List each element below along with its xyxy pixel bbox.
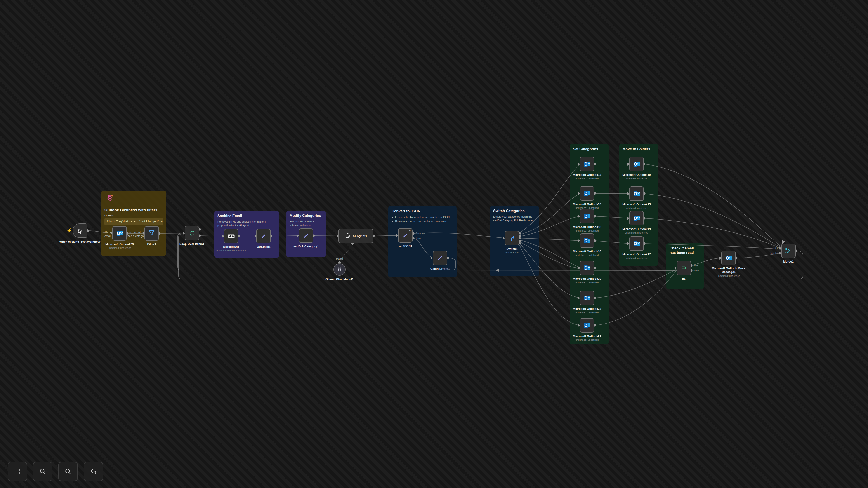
fit-view-button[interactable] [8,462,27,481]
outlook-icon [633,190,640,197]
markdown-icon [228,232,235,240]
node-label: varEmail1 [239,245,288,249]
node-set-outlook22[interactable] [580,291,594,305]
node-merge1[interactable] [781,243,796,258]
pencil-icon [436,254,444,262]
outlook-icon [583,213,591,220]
node-label: Microsoft Outlook22 [562,307,612,311]
outlook-icon [583,264,591,271]
node-label: Microsoft Outlook10 [612,173,661,177]
canvas-toolbar [8,462,103,481]
node-subtitle: undefined: undefined [562,281,612,284]
n8n-workflow-canvas[interactable]: { "toolbar": { "buttons": ["fit-view", "… [0,0,868,488]
node-manual-trigger[interactable] [72,223,88,238]
zoom-out-button[interactable] [58,462,78,481]
node-label: Microsoft Outlook12 [562,173,612,177]
node-subtitle: undefined: undefined [612,207,661,210]
outlook-icon [725,254,732,262]
node-varid-category1[interactable] [299,228,313,243]
node-move-outlook19[interactable] [629,211,644,225]
node-subtitle: undefined: undefined [562,311,612,314]
node-label: Microsoft Outlook Move Message1 [709,267,748,274]
node-subtitle: undefined: undefined [612,231,661,234]
outlook-icon [633,240,640,247]
node-subtitle: undefined: undefined [612,257,661,260]
node-subtitle: undefined: undefined [709,274,748,278]
pencil-icon [303,232,310,239]
node-set-outlook20[interactable] [580,261,594,275]
pencil-icon [402,232,409,239]
node-if1[interactable] [677,261,691,275]
edge-label-error: Error [416,237,422,239]
node-subtitle: undefined: undefined [612,177,661,180]
llama-icon [336,266,343,273]
pencil-icon [260,232,267,240]
node-label: Microsoft Outlook18 [562,225,612,229]
node-switch1[interactable] [505,231,519,246]
outlook-icon [116,230,123,237]
outlook-icon [583,160,591,168]
node-ollama-chat-model1[interactable] [333,263,346,275]
node-set-outlook21[interactable] [580,318,594,332]
node-label: Microsoft Outlook19 [612,227,661,231]
zoom-in-button[interactable] [33,462,53,481]
node-varjson1[interactable]: ➤ [398,228,412,242]
outlook-icon [583,190,591,197]
node-subtitle: mode: rules [487,251,537,254]
node-outlook-move-message1[interactable] [721,251,736,265]
merge-icon [785,247,792,254]
node-markdown1[interactable] [224,229,239,243]
node-filter1[interactable] [145,226,159,240]
node-loop-over-items1[interactable] [185,226,199,240]
cursor-icon [76,227,84,234]
node-set-outlook13[interactable] [580,186,594,201]
node-label: Microsoft Outlook21 [562,334,612,338]
outlook-icon [583,322,591,329]
execution-spark-icon: ⚡ [66,228,72,233]
node-subtitle: undefined: undefined [562,229,612,232]
node-label: Microsoft Outlook13 [562,202,612,206]
node-label: Merge1 [764,260,813,263]
node-move-outlook17[interactable] [629,236,644,251]
if-icon [680,264,687,271]
node-label: Microsoft Outlook20 [562,277,612,281]
node-ai-agent1[interactable]: AI Agent1 [338,229,373,243]
robot-icon [344,233,351,239]
node-set-outlook12[interactable] [580,157,594,171]
outlook-icon [633,160,640,168]
node-subtitle: undefined: undefined [562,338,612,341]
node-label: varID & Category1 [281,245,331,248]
node-label: AI Agent1 [352,234,367,238]
node-label: Switch1 [487,247,537,251]
outlook-icon [583,237,591,244]
node-label: Microsoft Outlook17 [612,253,661,256]
outlook-icon [633,215,640,222]
node-set-outlook18[interactable] [580,209,594,223]
node-subtitle: undefined: undefined [95,247,145,250]
node-catch-errors1[interactable] [433,251,447,265]
node-label: Ollama Chat Model1 [315,278,364,281]
edge-label-input1: Input 1 [770,247,778,250]
fit-view-icon [13,468,21,475]
node-subtitle: Converts the body of the em... [206,249,256,252]
node-label: Microsoft Outlook15 [612,203,661,206]
edge-label-false: false [693,269,699,272]
undo-button[interactable] [84,462,103,481]
node-move-outlook10[interactable] [629,157,644,171]
edge-label-input2: Input 2 [770,252,778,254]
node-subtitle: undefined: undefined [562,254,612,257]
node-set-outlook16[interactable] [580,233,594,248]
filter-icon [148,230,155,237]
zoom-in-icon [39,468,46,475]
node-subtitle: undefined: undefined [562,177,612,180]
zoom-out-icon [64,468,72,475]
node-label: Microsoft Outlook16 [562,250,612,253]
node-label: If1 [659,277,709,281]
undo-icon [90,468,97,475]
node-varemail1[interactable] [256,229,271,243]
node-microsoft-outlook23[interactable] [112,226,127,240]
edge-label-success: Success [416,232,426,235]
node-move-outlook15[interactable] [629,186,644,201]
edge-label-model: Model [336,258,343,260]
edge-label-true: true [693,264,698,267]
